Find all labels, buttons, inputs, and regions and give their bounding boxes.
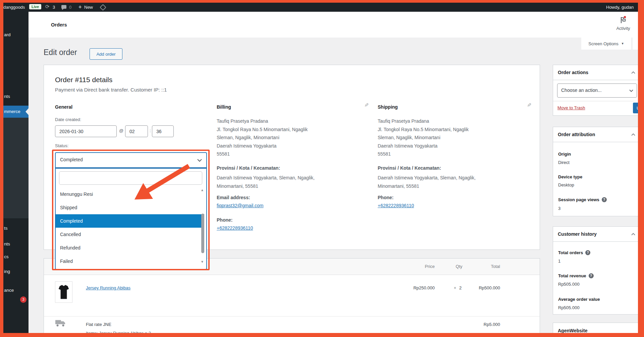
shipping-region-line: Minomartani, 55581 xyxy=(378,182,476,190)
help-icon[interactable]: ? xyxy=(602,197,607,202)
add-order-button[interactable]: Add order xyxy=(90,48,122,60)
sidebar-item-payments[interactable]: nts xyxy=(4,241,10,246)
hour-input[interactable] xyxy=(125,125,148,137)
order-actions-title: Order actions xyxy=(558,70,588,75)
price-column-header: Price xyxy=(406,264,435,269)
shipping-address-line: 55581 xyxy=(378,150,469,158)
order-attribution-header[interactable]: Order attribution xyxy=(553,127,638,142)
collapse-chevron-up-icon[interactable] xyxy=(631,133,636,136)
shipping-heading: Shipping xyxy=(378,104,398,110)
order-action-chevron-down-icon xyxy=(629,90,633,92)
sidebar-item-woocommerce[interactable]: mmerce xyxy=(3,106,29,118)
total-orders-text: Total orders xyxy=(558,250,583,255)
order-action-select[interactable]: Choose an action... xyxy=(557,83,637,98)
sidebar-item-dashboard[interactable]: ard xyxy=(4,32,11,37)
time-at-separator: @ xyxy=(119,128,123,133)
comments-icon[interactable] xyxy=(61,5,66,9)
billing-address: Taufiq Prasetya Pradana Jl. Tongkol Raya… xyxy=(217,117,308,158)
diamond-icon[interactable] xyxy=(100,4,106,11)
update-button[interactable]: U xyxy=(633,103,638,113)
help-icon[interactable]: ? xyxy=(585,250,590,255)
agen-website-header[interactable]: AgenWebsite xyxy=(553,323,638,333)
jersey-image xyxy=(58,284,69,300)
howdy-text[interactable]: Howdy, gudan xyxy=(606,5,634,10)
shipping-address-line: Daerah Istimewa Yogyakarta xyxy=(378,142,469,150)
order-actions-header[interactable]: Order actions xyxy=(553,65,638,80)
browser-viewport: danggoods Live ⟳ 3 0 + New Howdy, gudan … xyxy=(3,3,638,333)
total-revenue-text: Total revenue xyxy=(558,273,586,278)
sidebar-item-marketing[interactable]: ing xyxy=(4,269,10,274)
status-option-failed[interactable]: Failed xyxy=(56,255,204,268)
minute-input[interactable] xyxy=(152,125,174,137)
shipping-address-line: Sleman, Ngaglik, Minomartani xyxy=(378,133,469,142)
collapse-chevron-up-icon[interactable] xyxy=(631,233,636,236)
row-divider xyxy=(44,316,540,317)
shipping-method-name: Flat rate JNE xyxy=(86,322,111,327)
billing-region-lines: Daerah Istimewa Yogyakarta, Sleman, Ngag… xyxy=(217,174,315,190)
help-icon[interactable]: ? xyxy=(589,273,594,278)
truck-icon xyxy=(55,319,66,328)
product-name-link[interactable]: Jersey Running Abibas xyxy=(86,285,130,290)
order-action-select-value: Choose an action... xyxy=(561,88,602,93)
status-select[interactable]: Completed xyxy=(55,152,207,168)
updates-count[interactable]: 3 xyxy=(53,5,55,10)
date-created-input[interactable] xyxy=(55,125,117,137)
status-select-chevron-down-icon xyxy=(197,159,202,162)
dropdown-scroll-down-icon[interactable]: ▼ xyxy=(201,260,204,264)
sidebar-item-products[interactable]: ts xyxy=(4,226,8,231)
product-thumbnail[interactable] xyxy=(55,281,72,303)
customer-history-header[interactable]: Customer history xyxy=(553,227,638,242)
activity-button[interactable]: Activity xyxy=(611,16,635,34)
origin-value: Direct xyxy=(558,160,570,165)
updates-icon[interactable]: ⟳ xyxy=(45,4,50,10)
billing-region-line: Daerah Istimewa Yogyakarta, Sleman, Ngag… xyxy=(217,174,315,182)
total-orders-label: Total orders? xyxy=(558,250,590,255)
time-colon-separator: : xyxy=(150,128,151,133)
shipping-phone-link[interactable]: +6282228936110 xyxy=(378,203,414,208)
date-created-label: Date created: xyxy=(55,117,81,122)
status-option-cancelled[interactable]: Cancelled xyxy=(56,228,204,241)
dropdown-scrollbar-thumb[interactable] xyxy=(201,214,204,253)
sidebar-item-comments[interactable]: nts xyxy=(4,94,10,99)
status-option-menunggu-resi[interactable]: Menunggu Resi xyxy=(56,187,204,201)
dropdown-scroll-up-icon[interactable]: ▲ xyxy=(201,188,204,192)
collapse-chevron-up-icon[interactable] xyxy=(631,71,636,74)
header-orders-title: Orders xyxy=(51,22,67,27)
screenshot-frame: { "annotations": { "accent_color": "#f05… xyxy=(0,0,644,337)
new-button[interactable]: New xyxy=(84,5,93,10)
screen-options-tab[interactable]: Screen Options ▼ xyxy=(581,38,631,50)
origin-label: Origin xyxy=(558,152,571,157)
help-tab-partial[interactable] xyxy=(633,38,638,50)
product-qty-sign: × xyxy=(454,286,456,290)
shipping-region-lines: Daerah Istimewa Yogyakarta, Sleman, Ngag… xyxy=(378,174,476,190)
sidebar-item-woocommerce-label: mmerce xyxy=(4,109,20,114)
shipping-edit-pencil-icon[interactable]: ✎ xyxy=(527,102,531,108)
qty-column-header: Qty xyxy=(451,264,467,269)
shipping-items-note: Items: Jersey Running Abibas × 2 xyxy=(86,331,151,333)
status-selected-value: Completed xyxy=(60,157,83,162)
status-search-input[interactable] xyxy=(59,171,202,185)
billing-address-line: Daerah Istimewa Yogyakarta xyxy=(217,142,308,150)
status-option-shipped[interactable]: Shipped xyxy=(56,201,204,214)
shipping-region-line: Daerah Istimewa Yogyakarta, Sleman, Ngag… xyxy=(378,174,476,182)
sidebar-item-appearance[interactable]: ance xyxy=(4,288,14,293)
billing-region-line: Minomartani, 55581 xyxy=(217,182,315,190)
sidebar-item-analytics[interactable]: cs xyxy=(4,254,9,259)
site-name[interactable]: danggoods xyxy=(3,5,25,10)
total-revenue-value: Rp505.000 xyxy=(558,282,580,287)
billing-email-link[interactable]: fiqprast32@gmail.com xyxy=(217,203,264,208)
status-option-completed[interactable]: Completed xyxy=(56,214,204,228)
status-option-refunded[interactable]: Refunded xyxy=(56,241,204,255)
comments-count[interactable]: 0 xyxy=(69,5,71,10)
shipping-address: Taufiq Prasetya Pradana Jl. Tongkol Raya… xyxy=(378,117,469,158)
billing-edit-pencil-icon[interactable]: ✎ xyxy=(364,102,369,108)
screen-options-caret-icon: ▼ xyxy=(621,42,624,45)
plugins-badge[interactable]: 3 xyxy=(20,296,26,303)
move-to-trash-link[interactable]: Move to Trash xyxy=(557,105,585,110)
order-attribution-title: Order attribution xyxy=(558,132,595,137)
order-actions-panel: Order actions Choose an action... Move t… xyxy=(553,65,638,116)
total-revenue-label: Total revenue? xyxy=(558,273,594,278)
order-details-title: Order #115 details xyxy=(55,76,112,84)
average-order-value-label: Average order value xyxy=(558,297,600,302)
billing-phone-link[interactable]: +6282228936110 xyxy=(217,225,253,231)
